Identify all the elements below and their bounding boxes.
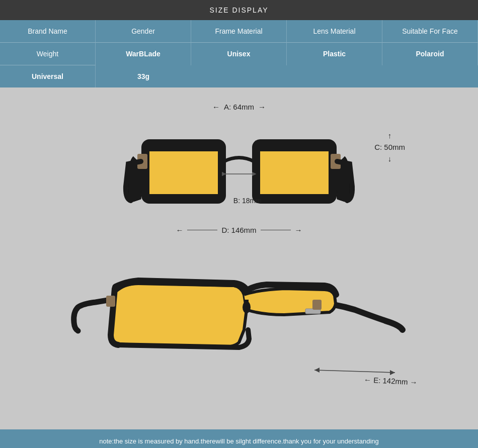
spec-value-frame: Plastic [287, 43, 382, 65]
spec-header-lens: Lens Material [287, 20, 382, 43]
svg-rect-4 [218, 141, 224, 202]
side-view-section: ← E: 142mm → [10, 249, 468, 390]
svg-point-13 [243, 301, 251, 313]
svg-rect-16 [312, 300, 322, 310]
spec-header-weight: Weight [0, 43, 96, 65]
spec-header-brand: Brand Name [0, 20, 96, 43]
dimension-a-label: ← A: 64mm → [10, 103, 468, 111]
spec-value-face: Universal [0, 65, 96, 87]
dimension-b-label: B: 18mm [233, 197, 262, 205]
svg-rect-15 [106, 296, 115, 307]
page-title: SIZE DISPLAY [209, 6, 268, 14]
main-content: ← A: 64mm → [0, 87, 478, 429]
svg-line-17 [314, 370, 395, 373]
spec-value-brand: WarBLade [96, 43, 191, 65]
svg-marker-19 [390, 370, 395, 375]
spec-value-gender: Unisex [191, 43, 287, 65]
spec-header-gender: Gender [96, 20, 191, 43]
footer-note-text: note:the size is measured by hand.therew… [99, 437, 378, 445]
svg-rect-8 [329, 141, 335, 202]
svg-marker-18 [314, 368, 320, 373]
page-header: SIZE DISPLAY [0, 0, 478, 20]
svg-rect-6 [254, 141, 335, 151]
specs-table: Brand Name Gender Frame Material Lens Ma… [0, 20, 478, 87]
dimension-c-label: ↑ C: 50mm ↓ [374, 131, 405, 163]
svg-rect-3 [143, 141, 149, 202]
svg-rect-7 [254, 141, 260, 202]
svg-rect-9 [254, 194, 335, 202]
spec-value-lens: Polaroid [382, 43, 478, 65]
glasses-side-view [68, 249, 410, 390]
spec-value-weight: 33g [96, 65, 191, 87]
footer-note: note:the size is measured by hand.therew… [0, 429, 478, 448]
dim-a-text: A: 64mm [224, 103, 254, 111]
svg-rect-5 [143, 194, 224, 202]
svg-rect-2 [143, 141, 224, 151]
spec-header-frame: Frame Material [191, 20, 287, 43]
spec-header-face: Suitable For Face [382, 20, 478, 43]
dimension-d-label: ← D: 146mm → [10, 226, 468, 234]
